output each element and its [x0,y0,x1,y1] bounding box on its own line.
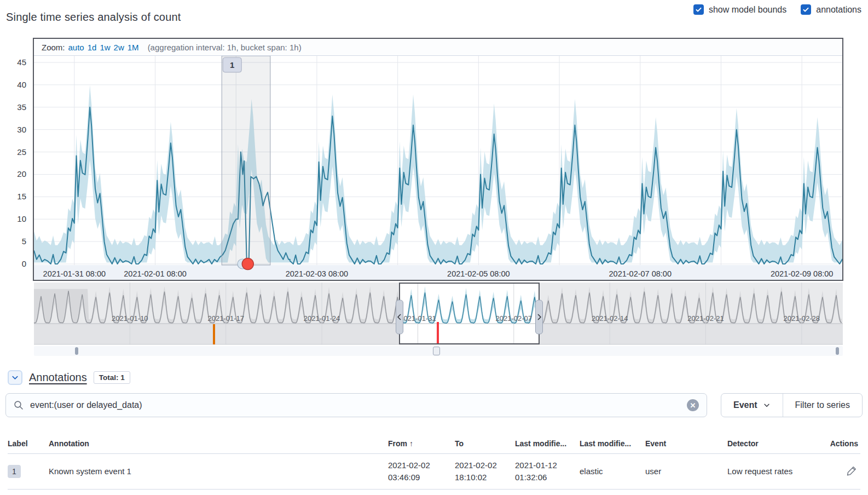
checkbox-label: show model bounds [709,5,786,15]
zoom-link-1d[interactable]: 1d [88,43,97,52]
svg-text:1: 1 [230,60,234,70]
search-box: ✕ [5,393,707,417]
zoom-label: Zoom: [42,43,65,52]
filter-button-group: Event Filter to series [721,393,863,417]
focus-chart[interactable]: 12021-01-31 08:002021-02-01 08:002021-02… [34,56,842,280]
show-model-bounds-checkbox[interactable]: show model bounds [693,4,786,15]
svg-text:2021-01-10: 2021-01-10 [112,314,148,323]
checkbox-checked-icon [693,4,704,15]
collapse-toggle-button[interactable] [8,370,22,385]
y-tick-label: 25 [1,147,26,157]
col-actions: Actions [829,434,860,454]
page-title: Single time series analysis of count [6,11,181,24]
y-tick-label: 15 [1,192,26,201]
svg-text:2021-02-05 08:00: 2021-02-05 08:00 [447,269,510,278]
y-tick-label: 45 [1,57,26,67]
range-handle-right[interactable] [836,347,839,355]
svg-text:2021-01-31: 2021-01-31 [400,314,436,323]
annotations-controls: ✕ Event Filter to series [5,393,863,417]
brush-handle-left[interactable] [396,300,403,334]
from-cell: 2021-02-0203:46:09 [388,454,455,490]
col-to[interactable]: To [455,434,515,454]
annotations-checkbox[interactable]: annotations [801,4,861,15]
zoom-link-auto[interactable]: auto [68,43,84,52]
col-last-modified-date[interactable]: Last modifie... [515,434,580,454]
context-annotation-marker[interactable] [213,324,215,344]
pencil-icon [847,465,857,476]
focus-chart-svg: 12021-01-31 08:002021-02-01 08:002021-02… [34,56,842,280]
context-chart-svg: 2021-01-102021-01-172021-01-242021-01-31… [34,283,843,345]
col-label[interactable]: Label [8,434,49,454]
svg-text:2021-02-01 08:00: 2021-02-01 08:00 [124,269,187,278]
col-detector[interactable]: Detector [727,434,829,454]
event-filter-dropdown[interactable]: Event [721,394,783,417]
annotations-header: Annotations Total: 1 [8,370,130,385]
anomaly-marker[interactable] [242,258,253,270]
last-modified-date-cell: 2021-01-1201:32:06 [515,454,580,490]
y-tick-label: 35 [1,102,26,112]
col-event[interactable]: Event [645,434,727,454]
svg-text:2021-02-14: 2021-02-14 [592,314,628,323]
annotation-text: Known system event 1 [49,454,388,490]
y-axis-labels: 051015202530354045 [0,0,28,285]
annotations-table: Label Annotation From ↑ To Last modifie.… [8,434,860,490]
brush-handle-right[interactable] [536,300,543,334]
svg-text:2021-02-03 08:00: 2021-02-03 08:00 [286,269,349,278]
annotation-region[interactable] [222,56,270,265]
col-annotation[interactable]: Annotation [49,434,388,454]
annotation-brush-handle[interactable] [433,347,440,355]
y-tick-label: 5 [1,237,26,246]
aggregation-interval-label: (aggregation interval: 1h, bucket span: … [148,43,302,52]
range-handle-left[interactable] [75,347,78,355]
zoom-link-2w[interactable]: 2w [114,43,124,52]
y-tick-label: 0 [1,259,26,268]
col-from[interactable]: From ↑ [388,434,455,454]
svg-text:2021-02-09 08:00: 2021-02-09 08:00 [771,269,834,278]
detector-cell: Low request rates [727,454,829,490]
y-tick-label: 40 [1,80,26,89]
chevron-down-icon [11,373,19,382]
table-row: 1 Known system event 1 2021-02-0203:46:0… [8,454,860,490]
svg-text:2021-02-28: 2021-02-28 [784,314,820,323]
edit-annotation-button[interactable] [846,464,858,479]
annotations-search-input[interactable] [30,400,680,410]
event-cell: user [645,454,727,490]
single-metric-viewer: Single time series analysis of count sho… [0,0,868,495]
chart-options: show model bounds annotations [693,4,861,15]
svg-text:2021-02-21: 2021-02-21 [687,314,724,323]
context-annotation-marker[interactable] [437,322,439,344]
svg-text:2021-01-17: 2021-01-17 [207,314,244,323]
filter-to-series-button[interactable]: Filter to series [783,394,862,417]
search-icon [14,400,24,410]
svg-text:2021-01-24: 2021-01-24 [304,314,340,323]
y-tick-label: 30 [1,125,26,134]
svg-text:2021-01-31 08:00: 2021-01-31 08:00 [43,269,106,278]
zoom-controls: Zoom: auto 1d 1w 2w 1M (aggregation inte… [34,39,842,56]
svg-text:2021-02-07 08:00: 2021-02-07 08:00 [609,269,672,278]
annotations-title[interactable]: Annotations [29,371,87,384]
zoom-link-1M[interactable]: 1M [128,43,139,52]
y-tick-label: 10 [1,214,26,223]
checkbox-label: annotations [816,5,861,15]
sort-asc-icon: ↑ [409,439,413,448]
time-range-track[interactable] [34,346,843,356]
col-last-modified-by[interactable]: Last modifie... [580,434,645,454]
total-badge: Total: 1 [94,371,130,384]
zoom-link-1w[interactable]: 1w [100,43,110,52]
chevron-down-icon [763,401,771,409]
y-tick-label: 20 [1,169,26,179]
focus-chart-panel: Zoom: auto 1d 1w 2w 1M (aggregation inte… [33,38,843,281]
context-chart[interactable]: 2021-01-102021-01-172021-01-242021-01-31… [34,283,843,345]
svg-text:2021-02-07: 2021-02-07 [496,314,533,323]
last-modified-by-cell: elastic [580,454,645,490]
to-cell: 2021-02-0218:10:02 [455,454,515,490]
checkbox-checked-icon [801,4,811,15]
annotation-label-badge: 1 [8,465,21,478]
clear-search-icon[interactable]: ✕ [687,399,699,411]
